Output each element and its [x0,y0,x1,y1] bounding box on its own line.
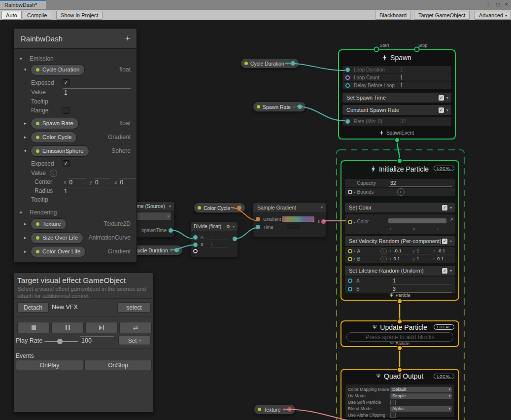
rate-field[interactable]: 32 [399,118,448,125]
category-emission[interactable]: ▾ Emission [14,54,136,64]
output-port[interactable] [174,248,179,252]
value-field[interactable]: 1 [63,88,131,96]
node-spawn-context[interactable]: Spawn Loop Duration 1 Loop Count 1 Delay… [338,49,456,140]
block-set-spawn-time[interactable]: Set Spawn Time ✓ ▾ [342,93,451,103]
time-value-field[interactable] [287,224,300,229]
block-set-velocity-random[interactable]: Set Velocity Random (Per-component) ✓ ▾ [345,236,455,246]
chevron-down-icon[interactable]: ▾ [446,96,448,100]
collapse-icon[interactable]: ‹ [170,247,172,253]
play-rate-slider-knob[interactable] [57,339,63,344]
use-soft-particle-checkbox[interactable] [390,400,396,405]
value-a[interactable]: — [209,234,228,240]
node-update-particle-context[interactable]: Ψ Update Particle LOCAL Press space to a… [341,320,459,347]
loop-count-field[interactable]: 1 [399,74,448,81]
foldout-icon[interactable]: ▾ [20,210,26,215]
range-checkbox[interactable] [63,107,69,114]
param-color-cycle[interactable]: ▸ Color Cycle Gradient [14,132,136,142]
gear-icon[interactable]: ⚙ [226,224,230,229]
auto-button[interactable]: Auto [1,11,22,20]
exposed-checkbox[interactable]: ✓ [63,160,69,167]
chevron-down-icon[interactable]: ▾ [169,204,171,209]
output-port[interactable] [298,105,302,109]
restart-button[interactable]: ⇄ [119,322,152,333]
collapse-icon[interactable]: ‹ [233,205,234,210]
block-enabled-checkbox[interactable]: ✓ [439,107,444,113]
output-port[interactable] [233,237,237,241]
param-color-over-life[interactable]: ▸ Color Over Life Gradient [14,246,136,257]
gradient-preview[interactable] [282,216,314,222]
foldout-icon[interactable]: ▾ [24,148,30,153]
target-gameobject-toggle-button[interactable]: Target GameObject [414,11,470,20]
chevron-down-icon[interactable]: ▾ [321,205,323,210]
tooltip-field[interactable] [63,196,131,203]
tab-rainbwdash[interactable]: RainbwDash* [0,0,46,9]
param-size-over-life[interactable]: ▸ Size Over Life AnimationCurve [14,232,136,243]
expand-diagonal-icon[interactable]: ↗ [449,217,453,222]
color-gradient-field[interactable] [388,218,446,223]
category-rendering[interactable]: ▾ Rendering [14,208,136,217]
block-enabled-checkbox[interactable]: ✓ [442,239,447,244]
lifetime-b-port[interactable] [348,287,352,291]
param-node-cycle-duration[interactable]: Cycle Duration ‹ [240,58,299,69]
input-port-b[interactable] [193,243,198,247]
tooltip-field[interactable] [63,98,131,105]
collapse-icon[interactable]: ‹ [287,61,288,66]
node-divide[interactable]: Divide (float) ⚙ ▾ A — B 1 [190,222,238,257]
loop-duration-field[interactable]: 1 [399,67,448,73]
output-port[interactable] [169,228,173,233]
output-port[interactable] [287,407,292,412]
node-initialize-particle-context[interactable]: Initialize Particle LOCAL Capacity 32 ▸ … [341,160,459,301]
output-port[interactable] [291,61,295,66]
delay-before-loop-port[interactable] [345,83,350,88]
maximize-icon[interactable]: □ [496,1,500,8]
foldout-icon[interactable]: ▸ [24,235,30,240]
output-port[interactable] [321,219,326,224]
color-port[interactable] [348,220,352,224]
menu-icon[interactable]: ⋮ [485,1,491,8]
param-spawn-rate[interactable]: ▸ Spawn Rate float [14,118,136,129]
space-local-badge[interactable]: L [397,188,405,196]
show-in-project-button[interactable]: Show in Project [56,11,102,20]
foldout-icon[interactable]: ▾ [20,56,26,61]
uv-mode-dropdown[interactable]: Simple▾ [390,393,452,399]
center-y-field[interactable]: 0 [94,178,110,186]
loop-count-port[interactable] [345,75,350,80]
bounds-port[interactable] [348,190,352,194]
select-button[interactable]: select [117,302,151,313]
close-icon[interactable]: × [505,1,508,8]
rate-port[interactable] [345,119,350,124]
color-mapping-mode-dropdown[interactable]: Default▾ [390,387,452,392]
param-texture[interactable]: ▸ Texture Texture2D [14,218,136,229]
velocity-a-port[interactable] [348,249,352,253]
value-b[interactable]: 1 [209,242,228,247]
center-x-field[interactable]: 0 [68,178,86,186]
time-input-port[interactable] [256,225,260,229]
detach-button[interactable]: Detach [17,302,49,313]
block-enabled-checkbox[interactable]: ✓ [442,268,447,274]
onstop-button[interactable]: OnStop [84,360,152,370]
block-set-color[interactable]: Set Color ✓ ▾ [345,203,455,212]
param-emission-sphere[interactable]: ▾ EmissionSphere Sphere [14,145,136,156]
exposed-checkbox[interactable]: ✓ [63,79,69,86]
chevron-down-icon[interactable]: ▾ [446,108,448,112]
pause-button[interactable] [51,322,84,333]
step-button[interactable] [85,322,118,333]
chevron-down-icon[interactable]: ▾ [450,239,452,244]
space-local-badge[interactable]: L [50,170,57,177]
onplay-button[interactable]: OnPlay [16,360,83,370]
lifetime-a-port[interactable] [348,279,352,283]
radius-field[interactable]: 1 [63,187,131,195]
blend-mode-dropdown[interactable]: Alpha▾ [390,406,452,412]
wire-spawnevent-to-initialize[interactable] [397,140,400,161]
loop-duration-port[interactable] [345,68,350,72]
block-constant-spawn-rate[interactable]: Constant Spawn Rate ✓ ▾ [342,105,451,115]
foldout-icon[interactable]: ▸ [24,135,30,140]
block-enabled-checkbox[interactable]: ✓ [442,205,447,210]
add-operand-port[interactable] [193,249,198,253]
output-port[interactable] [237,206,241,210]
foldout-icon[interactable]: ▾ [24,67,30,72]
blackboard-toggle-button[interactable]: Blackboard [375,11,411,20]
param-node-texture[interactable]: Texture ‹ [254,404,296,415]
stop-button[interactable] [17,322,50,333]
param-node-spawn-rate[interactable]: Spawn Rate ‹ [253,102,306,112]
